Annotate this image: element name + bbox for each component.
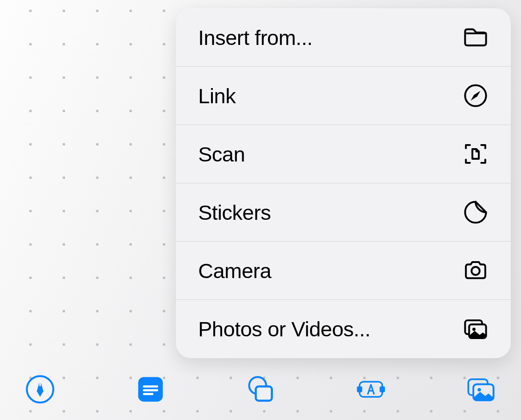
folder-icon [463, 24, 488, 50]
shapes-tool[interactable] [245, 375, 276, 406]
menu-item-label: Scan [198, 142, 245, 166]
menu-item-label: Insert from... [198, 25, 313, 50]
svg-point-20 [477, 388, 481, 392]
menu-item-stickers[interactable]: Stickers [176, 183, 511, 242]
svg-rect-16 [380, 387, 384, 392]
menu-item-label: Camera [198, 258, 271, 283]
svg-point-5 [472, 327, 476, 331]
menu-item-photos-videos[interactable]: Photos or Videos... [176, 300, 511, 358]
bottom-toolbar [0, 370, 521, 410]
pen-tool[interactable] [24, 375, 56, 406]
svg-rect-15 [358, 387, 362, 392]
menu-item-label: Link [198, 84, 236, 108]
photos-stack-icon [466, 374, 496, 406]
insert-menu-popover: Insert from... Link Scan [176, 8, 511, 358]
media-tool[interactable] [465, 375, 497, 406]
safari-icon [463, 83, 488, 109]
menu-item-insert-from[interactable]: Insert from... [176, 8, 511, 67]
scan-document-icon [463, 141, 488, 167]
menu-item-label: Photos or Videos... [198, 317, 370, 341]
pen-circle-icon [25, 374, 55, 406]
text-tool[interactable] [355, 375, 387, 406]
note-tool[interactable] [135, 375, 166, 406]
menu-item-scan[interactable]: Scan [176, 125, 511, 183]
note-icon [135, 374, 166, 406]
svg-rect-12 [256, 387, 272, 401]
camera-icon [463, 258, 488, 283]
menu-item-camera[interactable]: Camera [176, 242, 511, 300]
svg-point-2 [472, 267, 480, 275]
shapes-icon [245, 374, 276, 406]
menu-item-label: Stickers [198, 200, 271, 225]
text-box-icon [356, 374, 386, 406]
svg-rect-14 [359, 382, 382, 397]
sticker-icon [463, 199, 488, 225]
photos-stack-icon [463, 316, 488, 342]
menu-item-link[interactable]: Link [176, 67, 511, 125]
